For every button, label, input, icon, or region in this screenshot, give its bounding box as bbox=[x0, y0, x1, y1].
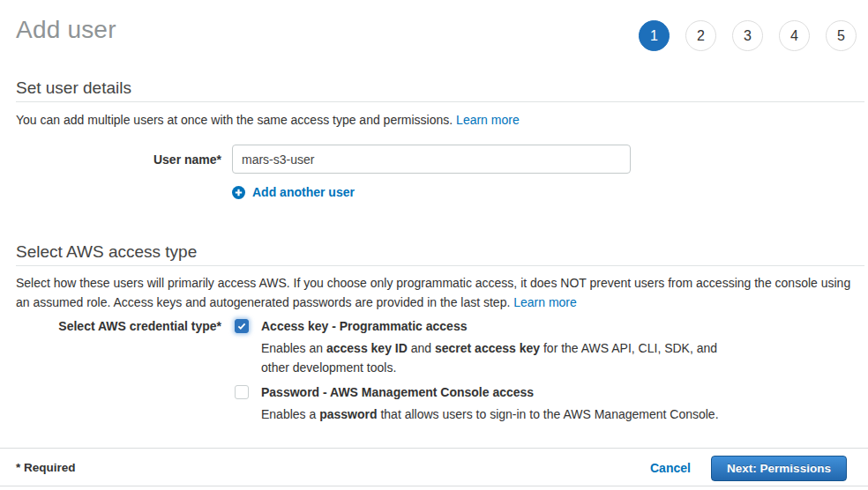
step-indicator-3: 3 bbox=[732, 20, 763, 51]
step-indicator-5: 5 bbox=[826, 20, 857, 51]
access-key-option-desc: Enables an access key ID and secret acce… bbox=[261, 338, 727, 377]
step-indicator-4: 4 bbox=[779, 20, 810, 51]
desc-text: Enables an bbox=[261, 341, 326, 355]
desc-text: that allows users to sign-in to the AWS … bbox=[378, 407, 719, 421]
username-label: User name* bbox=[16, 152, 221, 167]
footer-bottom-divider bbox=[0, 486, 868, 486]
wizard-step-indicator: 1 2 3 4 5 bbox=[639, 20, 857, 51]
learn-more-link-user-details[interactable]: Learn more bbox=[456, 113, 520, 127]
desc-text-bold: access key ID bbox=[326, 341, 408, 355]
required-note: * Required bbox=[16, 461, 76, 474]
checkmark-icon bbox=[236, 321, 247, 331]
desc-text: Enables a bbox=[261, 407, 319, 421]
user-details-intro-text: You can add multiple users at once with … bbox=[16, 113, 453, 127]
page-title: Add user bbox=[16, 16, 116, 44]
username-input[interactable] bbox=[232, 145, 631, 174]
access-type-intro: Select how these users will primarily ac… bbox=[16, 273, 861, 312]
access-key-checkbox[interactable] bbox=[235, 319, 249, 333]
password-checkbox[interactable] bbox=[235, 385, 249, 399]
password-option-title: Password - AWS Management Console access bbox=[261, 385, 534, 399]
password-option-desc: Enables a password that allows users to … bbox=[261, 405, 808, 424]
footer-top-divider bbox=[0, 448, 868, 449]
learn-more-link-access-type[interactable]: Learn more bbox=[513, 295, 577, 309]
add-another-user-label: Add another user bbox=[252, 185, 355, 199]
set-user-details-heading: Set user details bbox=[16, 78, 131, 98]
add-another-user-link[interactable]: Add another user bbox=[232, 185, 355, 199]
step-indicator-1: 1 bbox=[639, 20, 670, 51]
plus-circle-icon bbox=[232, 186, 245, 199]
next-permissions-button[interactable]: Next: Permissions bbox=[711, 456, 847, 481]
desc-text: and bbox=[408, 341, 435, 355]
user-details-intro: You can add multiple users at once with … bbox=[16, 110, 520, 130]
section-divider bbox=[16, 265, 864, 266]
access-key-option-title: Access key - Programmatic access bbox=[261, 319, 467, 333]
access-type-heading: Select AWS access type bbox=[16, 242, 197, 262]
desc-text-bold: secret access key bbox=[435, 341, 540, 355]
desc-text-bold: password bbox=[319, 407, 377, 421]
step-indicator-2: 2 bbox=[685, 20, 716, 51]
cancel-button[interactable]: Cancel bbox=[650, 461, 691, 475]
add-user-page: Add user 1 2 3 4 5 Set user details You … bbox=[0, 0, 868, 490]
credential-type-label: Select AWS credential type* bbox=[16, 319, 221, 333]
access-type-intro-text: Select how these users will primarily ac… bbox=[16, 276, 850, 309]
section-divider bbox=[16, 101, 864, 102]
